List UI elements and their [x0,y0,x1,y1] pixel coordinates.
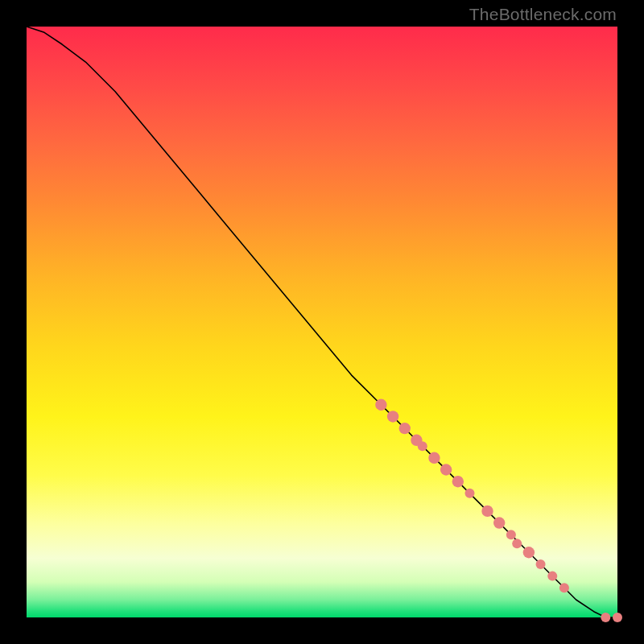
marker-point [399,423,411,434]
marker-point [465,489,475,498]
marker-point [493,517,505,528]
bottleneck-curve [27,27,617,617]
marker-point [452,476,464,487]
marker-point [547,572,557,581]
chart-stage: TheBottleneck.com [0,0,644,644]
watermark-text: TheBottleneck.com [469,5,617,24]
marker-point [418,441,427,451]
marker-point [559,583,569,592]
marker-point [601,613,610,622]
marker-point [512,539,522,548]
marker-group [375,399,622,622]
marker-point [506,530,516,539]
marker-point [428,452,440,464]
plot-area [27,27,617,617]
marker-point [613,613,622,622]
marker-point [536,559,546,569]
marker-point [440,464,452,475]
marker-point [375,399,386,411]
marker-point [523,547,535,558]
marker-point [481,506,493,517]
marker-point [387,411,398,422]
chart-svg [27,27,617,617]
